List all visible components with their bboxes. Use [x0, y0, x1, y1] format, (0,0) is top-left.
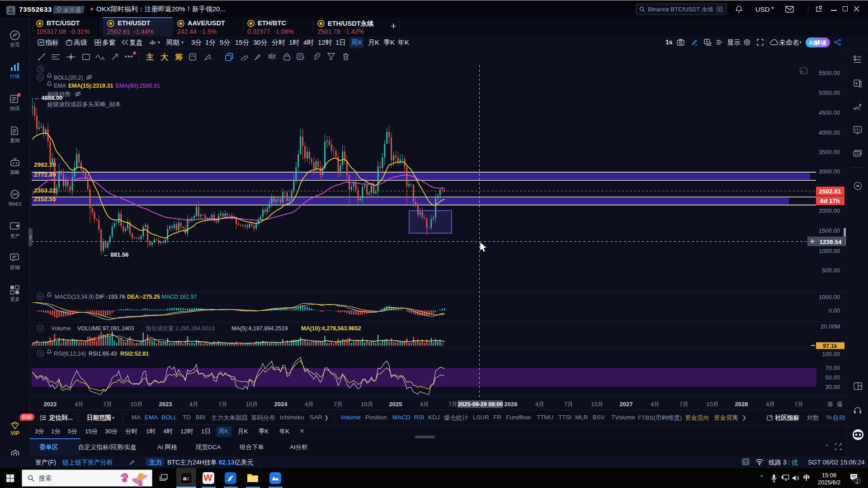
svg-text:3500.00: 3500.00: [819, 149, 840, 155]
svg-text:10月: 10月: [591, 401, 603, 408]
svg-text:4月: 4月: [75, 401, 84, 408]
svg-text:EMA: EMA: [54, 83, 66, 89]
svg-text:2982.10: 2982.10: [34, 161, 56, 168]
svg-text:4月: 4月: [305, 401, 314, 408]
svg-text:2023: 2023: [159, 401, 172, 408]
svg-text:30.00: 30.00: [825, 384, 840, 390]
svg-text:4500.00: 4500.00: [819, 109, 840, 116]
svg-text:2772.89: 2772.89: [34, 171, 56, 178]
svg-text:4月: 4月: [651, 401, 660, 408]
svg-text:$: $: [855, 81, 858, 85]
svg-text:7月: 7月: [564, 401, 573, 408]
svg-text:10月: 10月: [245, 401, 258, 408]
svg-text:超级波段追踪多头策略_副本: 超级波段追踪多头策略_副本: [47, 101, 121, 108]
svg-text:500.00: 500.00: [822, 267, 840, 274]
svg-text:2027: 2027: [620, 401, 633, 408]
svg-text:Volume: Volume: [51, 325, 71, 332]
svg-text:10月: 10月: [361, 401, 373, 408]
svg-text:2000.00: 2000.00: [819, 207, 840, 214]
svg-text:3000.00: 3000.00: [819, 168, 840, 175]
svg-text:7月: 7月: [794, 401, 803, 408]
svg-text:100.00: 100.00: [822, 351, 840, 357]
svg-text:0.00: 0.00: [829, 307, 840, 314]
svg-text:1239.54: 1239.54: [820, 239, 842, 245]
svg-text:4月: 4月: [766, 401, 775, 408]
svg-text:97.1k: 97.1k: [823, 343, 837, 349]
svg-text:DEA:-275.25: DEA:-275.25: [127, 294, 160, 300]
svg-text:MACD(13,34,9): MACD(13,34,9): [55, 294, 94, 300]
svg-text:10月: 10月: [130, 401, 142, 408]
svg-text:50.00: 50.00: [825, 374, 840, 381]
svg-text:2353.22: 2353.22: [34, 187, 56, 194]
svg-text:← 881.56: ← 881.56: [103, 251, 128, 258]
svg-text:2025: 2025: [389, 401, 402, 408]
svg-text:2026: 2026: [505, 401, 518, 408]
svg-text:4月: 4月: [535, 401, 544, 408]
svg-text:EMA(15):2319.31: EMA(15):2319.31: [68, 83, 113, 89]
svg-text:MA(5):4,187,894.2519: MA(5):4,187,894.2519: [231, 325, 288, 332]
svg-text:ETF: ETF: [855, 153, 860, 156]
svg-text:4000.00: 4000.00: [819, 129, 840, 136]
svg-text:10月: 10月: [706, 401, 718, 408]
svg-text:BOLL(20,2): BOLL(20,2): [54, 75, 83, 81]
svg-text:RSI(6,12,24): RSI(6,12,24): [54, 351, 86, 357]
svg-text:5500.00: 5500.00: [819, 70, 840, 76]
svg-text:7月: 7月: [448, 401, 458, 408]
svg-text:EMA(60):2585.91: EMA(60):2585.91: [116, 83, 160, 89]
svg-text:RSI1:65.43: RSI1:65.43: [89, 351, 117, 357]
svg-text:2028: 2028: [735, 401, 748, 408]
svg-text:6d 17h: 6d 17h: [821, 197, 840, 204]
svg-text:2025-09-29 08:00: 2025-09-29 08:00: [458, 401, 503, 408]
svg-text:1000.00: 1000.00: [819, 294, 840, 300]
svg-text:MACD:162.97: MACD:162.97: [161, 294, 197, 300]
svg-text:筹: 筹: [827, 401, 833, 408]
svg-text:MA(10):4,278,563.9652: MA(10):4,278,563.9652: [301, 325, 361, 332]
svg-text:4月: 4月: [420, 401, 429, 408]
svg-text:7月: 7月: [103, 401, 112, 408]
svg-text:7月: 7月: [334, 401, 343, 408]
svg-text:2024: 2024: [274, 401, 288, 408]
svg-text:1500.00: 1500.00: [819, 227, 840, 234]
svg-text:爆: 爆: [837, 401, 843, 408]
svg-text:6: 6: [103, 57, 105, 61]
svg-text:4月: 4月: [189, 401, 198, 408]
svg-text:5000.00: 5000.00: [819, 89, 840, 96]
svg-text:预估成交量 2,295,394.5013: 预估成交量 2,295,394.5013: [145, 325, 215, 332]
svg-text:7月: 7月: [218, 401, 227, 408]
svg-text:7月: 7月: [679, 401, 689, 408]
svg-text:← 4868.00: ← 4868.00: [34, 94, 63, 101]
svg-text:1000.00: 1000.00: [819, 248, 840, 254]
svg-text:VOLUME:97,091.2403: VOLUME:97,091.2403: [77, 325, 134, 332]
svg-text:RSI2:52.81: RSI2:52.81: [120, 351, 149, 357]
svg-text:2152.55: 2152.55: [34, 196, 56, 202]
svg-text:DIF:-193.76: DIF:-193.76: [95, 294, 125, 300]
svg-text:2502.61: 2502.61: [819, 188, 841, 195]
svg-text:70.00: 70.00: [825, 365, 840, 371]
svg-text:20.00M: 20.00M: [821, 323, 840, 330]
svg-text:2022: 2022: [44, 401, 57, 408]
